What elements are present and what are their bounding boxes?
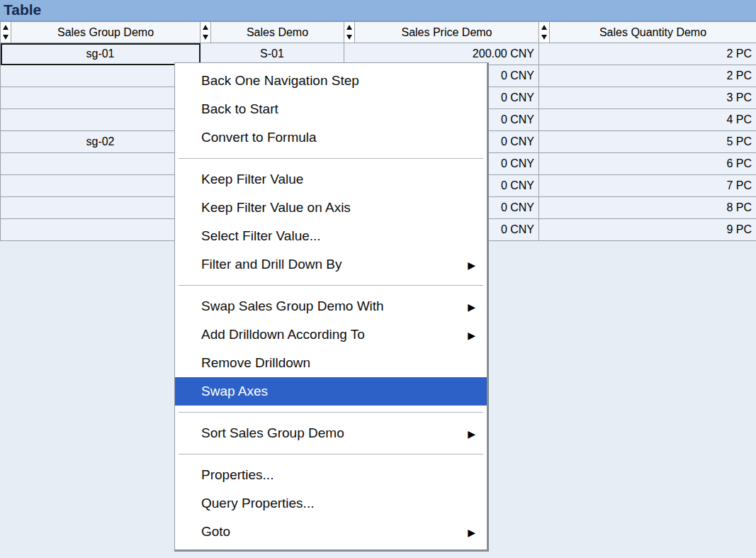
sort-up-arrow-icon xyxy=(203,25,208,30)
column-header-label: Sales Price Demo xyxy=(344,26,538,39)
menu-separator xyxy=(179,454,483,454)
menu-item-label: Keep Filter Value on Axis xyxy=(201,200,351,215)
sort-icon[interactable] xyxy=(201,22,211,43)
menu-item-back-one-navigation-step[interactable]: Back One Navigation Step xyxy=(175,67,487,95)
table-cell[interactable] xyxy=(1,175,201,197)
menu-item-convert-to-formula[interactable]: Convert to Formula xyxy=(175,123,487,152)
menu-item-swap-axes[interactable]: Swap Axes xyxy=(175,377,487,406)
menu-item-keep-filter-value[interactable]: Keep Filter Value xyxy=(175,165,487,194)
column-header-label: Sales Demo xyxy=(201,26,344,39)
context-menu: Back One Navigation StepBack to StartCon… xyxy=(174,62,489,552)
menu-item-query-properties[interactable]: Query Properties... xyxy=(175,489,487,518)
table-cell[interactable]: 2 PC xyxy=(539,43,756,65)
submenu-arrow-icon: ▶ xyxy=(468,293,475,321)
sort-icon[interactable] xyxy=(539,22,550,43)
table-cell[interactable] xyxy=(1,65,201,87)
table-cell[interactable] xyxy=(1,219,201,241)
menu-item-sort-sales-group-demo[interactable]: Sort Sales Group Demo▶ xyxy=(175,419,487,447)
sort-up-arrow-icon xyxy=(541,25,547,30)
column-header-label: Sales Group Demo xyxy=(1,26,200,39)
menu-item-remove-drilldown[interactable]: Remove Drilldown xyxy=(175,349,487,377)
menu-item-label: Remove Drilldown xyxy=(201,355,310,370)
menu-item-label: Back One Navigation Step xyxy=(201,73,359,88)
menu-separator xyxy=(179,158,483,159)
menu-item-label: Properties... xyxy=(201,467,273,482)
menu-item-label: Swap Axes xyxy=(201,384,268,398)
sort-up-arrow-icon xyxy=(346,25,352,30)
sort-down-arrow-icon xyxy=(3,35,9,40)
menu-separator xyxy=(179,285,483,286)
menu-item-label: Convert to Formula xyxy=(201,130,317,145)
panel-title: Table xyxy=(0,0,756,21)
column-header-sales-group-demo[interactable]: Sales Group Demo xyxy=(1,21,201,43)
table-cell[interactable]: 2 PC xyxy=(539,65,756,87)
table-cell[interactable]: 6 PC xyxy=(539,153,756,175)
table-cell[interactable] xyxy=(1,153,201,175)
submenu-arrow-icon: ▶ xyxy=(468,321,475,350)
menu-item-back-to-start[interactable]: Back to Start xyxy=(175,95,487,123)
sort-down-arrow-icon xyxy=(541,35,547,40)
table-cell[interactable]: 7 PC xyxy=(539,175,756,197)
menu-item-label: Select Filter Value... xyxy=(201,228,321,243)
menu-item-label: Goto xyxy=(201,524,230,539)
menu-separator xyxy=(179,412,483,413)
selected-cell[interactable]: sg-01 xyxy=(1,43,201,65)
menu-item-properties[interactable]: Properties... xyxy=(175,461,487,489)
table-cell[interactable]: 8 PC xyxy=(539,197,756,219)
column-header-sales-price-demo[interactable]: Sales Price Demo xyxy=(344,21,539,43)
table-header-row: Sales Group DemoSales DemoSales Price De… xyxy=(1,21,756,43)
submenu-arrow-icon: ▶ xyxy=(468,251,475,279)
menu-item-label: Filter and Drill Down By xyxy=(201,257,342,272)
table-cell[interactable]: sg-02 xyxy=(1,131,201,153)
table-cell[interactable]: 9 PC xyxy=(539,219,756,241)
table-cell[interactable]: 4 PC xyxy=(539,109,756,131)
column-header-label: Sales Quantity Demo xyxy=(539,26,756,39)
table-cell[interactable] xyxy=(1,109,201,131)
menu-item-goto[interactable]: Goto▶ xyxy=(175,518,487,546)
menu-item-select-filter-value[interactable]: Select Filter Value... xyxy=(175,222,487,250)
column-header-sales-demo[interactable]: Sales Demo xyxy=(201,21,344,43)
table-cell[interactable] xyxy=(1,197,201,219)
sort-down-arrow-icon xyxy=(203,35,208,40)
submenu-arrow-icon: ▶ xyxy=(468,420,475,448)
menu-item-keep-filter-value-on-axis[interactable]: Keep Filter Value on Axis xyxy=(175,194,487,222)
menu-item-add-drilldown-according-to[interactable]: Add Drilldown According To▶ xyxy=(175,320,487,349)
table-cell[interactable] xyxy=(1,87,201,109)
table-cell[interactable]: 3 PC xyxy=(539,87,756,109)
menu-item-swap-sales-group-demo-with[interactable]: Swap Sales Group Demo With▶ xyxy=(175,292,487,320)
sort-up-arrow-icon xyxy=(3,25,9,30)
table-cell[interactable]: 5 PC xyxy=(539,131,756,153)
menu-item-label: Keep Filter Value xyxy=(201,172,303,186)
menu-item-label: Sort Sales Group Demo xyxy=(201,425,344,440)
menu-item-label: Query Properties... xyxy=(201,496,314,510)
menu-item-label: Back to Start xyxy=(201,101,278,116)
submenu-arrow-icon: ▶ xyxy=(468,518,475,547)
menu-item-filter-and-drill-down-by[interactable]: Filter and Drill Down By▶ xyxy=(175,250,487,279)
sort-icon[interactable] xyxy=(1,22,11,43)
menu-item-label: Add Drilldown According To xyxy=(201,327,365,342)
column-header-sales-quantity-demo[interactable]: Sales Quantity Demo xyxy=(539,21,756,43)
sort-down-arrow-icon xyxy=(346,35,352,40)
sort-icon[interactable] xyxy=(344,22,355,43)
menu-item-label: Swap Sales Group Demo With xyxy=(201,298,384,313)
